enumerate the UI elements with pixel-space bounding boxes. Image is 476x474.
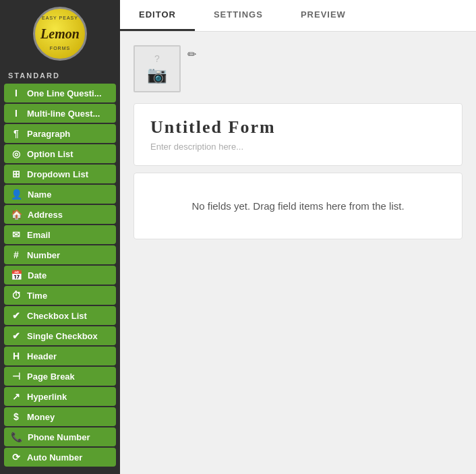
sidebar-item-label-header: Header bbox=[27, 351, 57, 361]
sidebar-item-money[interactable]: $Money bbox=[4, 407, 116, 426]
tabs-bar: EDITOR SETTINGS PREVIEW bbox=[120, 0, 476, 32]
sidebar-item-multi-line-question[interactable]: IMulti-line Quest... bbox=[4, 104, 116, 123]
logo-bottom-text: FORMS bbox=[35, 46, 85, 51]
sidebar-item-label-date: Date bbox=[28, 270, 47, 280]
sidebar-item-label-dropdown-list: Dropdown List bbox=[27, 169, 88, 179]
name-icon: 👤 bbox=[11, 189, 22, 200]
sidebar-item-label-money: Money bbox=[27, 412, 55, 422]
logo-area: EASY PEASY Lemon FORMS bbox=[0, 0, 120, 66]
form-description[interactable]: Enter description here... bbox=[150, 142, 446, 152]
sidebar-item-date[interactable]: 📅Date bbox=[4, 266, 116, 285]
sidebar-item-label-option-list: Option List bbox=[27, 149, 73, 159]
sidebar-item-number[interactable]: #Number bbox=[4, 245, 116, 264]
edit-pencil-icon[interactable]: ✏ bbox=[187, 48, 196, 61]
option-list-icon: ◎ bbox=[11, 148, 22, 159]
page-break-icon: ⊣ bbox=[11, 371, 22, 382]
sidebar-item-one-line-question[interactable]: IOne Line Questi... bbox=[4, 84, 116, 102]
sidebar-item-label-hyperlink: Hyperlink bbox=[27, 392, 67, 402]
tab-settings[interactable]: SETTINGS bbox=[195, 0, 282, 31]
email-icon: ✉ bbox=[11, 229, 22, 240]
form-drop-area[interactable]: No fields yet. Drag field items here fro… bbox=[133, 173, 463, 239]
sidebar-item-email[interactable]: ✉Email bbox=[4, 225, 116, 244]
sidebar-item-label-checkbox-list: Checkbox List bbox=[27, 311, 87, 321]
question-mark-icon: ? bbox=[154, 53, 160, 64]
sidebar-item-phone-number[interactable]: 📞Phone Number bbox=[4, 427, 116, 446]
money-icon: $ bbox=[11, 411, 22, 422]
sidebar-item-label-number: Number bbox=[27, 250, 60, 260]
sidebar-item-hyperlink[interactable]: ↗Hyperlink bbox=[4, 387, 116, 406]
address-icon: 🏠 bbox=[11, 209, 22, 220]
multi-line-question-icon: I bbox=[11, 108, 22, 119]
time-icon: ⏱ bbox=[11, 290, 22, 301]
auto-number-icon: ⟳ bbox=[11, 452, 22, 463]
paragraph-icon: ¶ bbox=[11, 128, 22, 139]
checkbox-list-icon: ✔ bbox=[11, 310, 22, 321]
sidebar-item-label-time: Time bbox=[27, 291, 47, 301]
sidebar-item-auto-number[interactable]: ⟳Auto Number bbox=[4, 448, 116, 467]
logo-top-text: EASY PEASY bbox=[35, 16, 85, 20]
standard-section-label: STANDARD bbox=[0, 66, 120, 82]
phone-number-icon: 📞 bbox=[11, 432, 22, 442]
sidebar-item-label-address: Address bbox=[28, 210, 63, 220]
sidebar-item-checkbox-list[interactable]: ✔Checkbox List bbox=[4, 306, 116, 325]
sidebar-item-label-one-line-question: One Line Questi... bbox=[27, 88, 102, 98]
sidebar-item-single-checkbox[interactable]: ✔Single Checkbox bbox=[4, 326, 116, 345]
header-icon: H bbox=[11, 351, 22, 361]
sidebar: EASY PEASY Lemon FORMS STANDARD IOne Lin… bbox=[0, 0, 120, 474]
single-checkbox-icon: ✔ bbox=[11, 330, 22, 341]
main-area: EDITOR SETTINGS PREVIEW ? 📷 ✏ Untitled F… bbox=[120, 0, 476, 474]
logo: EASY PEASY Lemon FORMS bbox=[33, 7, 87, 61]
form-title[interactable]: Untitled Form bbox=[150, 117, 446, 138]
sidebar-item-paragraph[interactable]: ¶Paragraph bbox=[4, 124, 116, 143]
dropdown-list-icon: ⊞ bbox=[11, 169, 22, 179]
camera-icon: 📷 bbox=[147, 65, 167, 84]
sidebar-item-label-phone-number: Phone Number bbox=[28, 432, 90, 442]
sidebar-item-address[interactable]: 🏠Address bbox=[4, 205, 116, 224]
sidebar-item-dropdown-list[interactable]: ⊞Dropdown List bbox=[4, 165, 116, 183]
form-image-placeholder[interactable]: ? 📷 bbox=[133, 45, 181, 92]
sidebar-items: IOne Line Questi...IMulti-line Quest...¶… bbox=[0, 82, 120, 468]
logo-main-text: Lemon bbox=[40, 26, 80, 42]
hyperlink-icon: ↗ bbox=[11, 391, 22, 402]
sidebar-item-header[interactable]: HHeader bbox=[4, 347, 116, 365]
sidebar-item-label-name: Name bbox=[28, 189, 51, 200]
sidebar-item-time[interactable]: ⏱Time bbox=[4, 286, 116, 305]
form-title-area: Untitled Form Enter description here... bbox=[133, 103, 463, 166]
form-image-row: ? 📷 ✏ bbox=[133, 45, 463, 92]
sidebar-item-label-auto-number: Auto Number bbox=[27, 452, 82, 463]
tab-editor[interactable]: EDITOR bbox=[120, 0, 195, 31]
sidebar-item-label-email: Email bbox=[27, 230, 51, 240]
tab-preview[interactable]: PREVIEW bbox=[282, 0, 365, 31]
sidebar-item-label-paragraph: Paragraph bbox=[27, 129, 70, 139]
sidebar-item-page-break[interactable]: ⊣Page Break bbox=[4, 367, 116, 386]
sidebar-item-label-single-checkbox: Single Checkbox bbox=[27, 331, 98, 341]
empty-state-text: No fields yet. Drag field items here fro… bbox=[191, 200, 404, 212]
number-icon: # bbox=[11, 249, 22, 260]
sidebar-item-label-page-break: Page Break bbox=[27, 372, 75, 382]
sidebar-item-option-list[interactable]: ◎Option List bbox=[4, 144, 116, 163]
form-editor-area: ? 📷 ✏ Untitled Form Enter description he… bbox=[120, 32, 476, 474]
sidebar-item-name[interactable]: 👤Name bbox=[4, 185, 116, 204]
sidebar-item-label-multi-line-question: Multi-line Quest... bbox=[27, 109, 100, 119]
one-line-question-icon: I bbox=[11, 88, 22, 98]
date-icon: 📅 bbox=[11, 270, 22, 280]
